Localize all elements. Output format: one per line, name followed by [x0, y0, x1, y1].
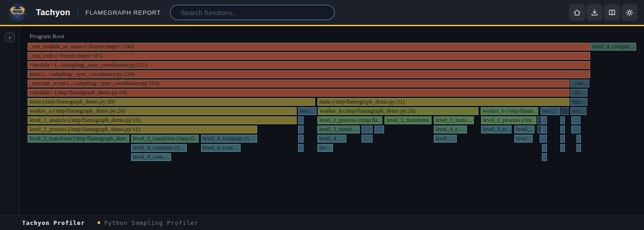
search-box[interactable] — [170, 5, 335, 20]
flame-bar[interactable]: lev… — [317, 144, 333, 152]
flame-bar[interactable]: level_3_transform (/tmp/fl… — [131, 135, 199, 143]
status-dot-icon — [98, 221, 100, 224]
download-icon — [590, 8, 599, 17]
flame-bar[interactable] — [537, 116, 542, 124]
flame-bar[interactable] — [560, 144, 565, 152]
download-button[interactable] — [586, 4, 603, 21]
flame-bar[interactable]: level_3_tr… — [481, 126, 512, 133]
flame-bar[interactable] — [560, 116, 565, 124]
footer-app-name: Tachyon Profiler — [22, 219, 85, 226]
flame-bar[interactable]: wor… — [540, 107, 560, 115]
flame-bar[interactable] — [374, 126, 384, 133]
flame-bar[interactable]: level_2_process (/tmp/fla… — [317, 116, 382, 124]
flame-bar[interactable]: level_4_comput… — [591, 43, 636, 51]
flame-bar[interactable]: wo… — [570, 107, 586, 115]
flame-bar[interactable]: <module> (/tmp/flamegraph_demo.py:34) — [28, 89, 569, 97]
flame-bar[interactable]: level_… — [434, 135, 457, 143]
flame-bar[interactable] — [298, 135, 304, 143]
flame-bar[interactable] — [576, 144, 581, 152]
flame-bar[interactable]: worker_a (/tmp/flamegraph_demo.py:20) — [28, 107, 297, 115]
flame-bar[interactable]: level_3_transf… — [317, 126, 360, 133]
flame-bar[interactable] — [542, 144, 547, 152]
sun-icon — [625, 8, 634, 17]
flame-bar[interactable] — [362, 126, 373, 133]
flame-bar[interactable]: level_4_compute (/t… — [131, 144, 187, 152]
flame-bar[interactable]: _run_code (<frozen runpy>:87) — [28, 52, 590, 60]
sidebar: › — [0, 26, 20, 215]
flame-bar[interactable]: <m… — [570, 89, 587, 97]
flame-bar[interactable]: level_… — [514, 126, 535, 133]
home-button[interactable] — [569, 4, 585, 21]
flame-bar[interactable]: main (.../sampling/_sync_coordinator.py:… — [28, 70, 590, 78]
flame-bar[interactable]: worker_b (/tmp/flamegraph_demo.py:26) — [318, 107, 478, 115]
flame-bar[interactable]: <module> (.../sampling/_sync_coordinator… — [28, 61, 590, 69]
footer-description: Python Sampling Profiler — [104, 219, 198, 226]
flame-bar[interactable]: _exe… — [570, 80, 589, 87]
flame-bar[interactable]: _execute_script (.../sampling/_sync_coor… — [28, 80, 569, 87]
flame-bar[interactable] — [542, 126, 547, 133]
theme-toggle-button[interactable] — [621, 4, 638, 21]
flame-bar[interactable]: level_4_com… — [131, 153, 171, 161]
sidebar-expand-button[interactable]: › — [5, 32, 15, 42]
flame-bar[interactable]: level_3_transform… — [385, 116, 431, 124]
flame-bar[interactable] — [542, 153, 547, 161]
flame-bar[interactable]: _run_module_as_main (<frozen runpy>:196) — [28, 43, 590, 51]
docs-button[interactable] — [604, 4, 620, 21]
header: Tachyon Tachyon FLAMEGRAPH REPORT — [0, 0, 644, 26]
book-icon — [608, 8, 616, 17]
flame-bar[interactable] — [560, 126, 565, 133]
flame-bar[interactable] — [571, 116, 581, 124]
status-bar: Tachyon Profiler Python Sampling Profile… — [0, 215, 644, 230]
flame-bar[interactable]: ma… — [570, 98, 587, 106]
flame-bar[interactable]: level_4_c… — [434, 126, 467, 133]
flame-bar[interactable] — [561, 107, 569, 115]
flame-bar[interactable] — [362, 135, 373, 143]
flame-bar[interactable] — [576, 135, 581, 143]
flame-bar[interactable]: level_2_process (/tm… — [481, 116, 536, 124]
flame-bar[interactable]: main (/tmp/flamegraph_demo.py:31) — [317, 98, 569, 106]
flamegraph-root-label: Program Root — [29, 33, 64, 40]
flame-bar[interactable]: main (/tmp/flamegraph_demo.py:30) — [28, 98, 315, 106]
flame-bar[interactable] — [537, 126, 542, 133]
report-type-label: FLAMEGRAPH REPORT — [86, 9, 161, 16]
flame-bar[interactable] — [542, 116, 547, 124]
flame-bar[interactable] — [540, 135, 547, 143]
flame-bar[interactable] — [298, 144, 304, 152]
flame-bar[interactable] — [571, 126, 581, 133]
flame-bar[interactable]: level_4_… — [317, 135, 346, 143]
flamegraph-panel: Program Root _run_module_as_main (<froze… — [20, 26, 644, 215]
flame-bar[interactable] — [298, 126, 304, 133]
flame-bar[interactable]: level_4_com… — [201, 144, 241, 152]
flame-bar[interactable]: worker_b (/tmp/flame… — [481, 107, 538, 115]
app-window: Tachyon Tachyon FLAMEGRAPH REPORT — [0, 0, 644, 230]
flame-bar[interactable]: level_1_analyze (/tmp/flamegraph_demo.py… — [28, 116, 297, 124]
main-area: › Program Root _run_module_as_main (<fro… — [0, 26, 644, 215]
flame-bar[interactable]: wor… — [298, 107, 316, 115]
flame-bar[interactable] — [298, 116, 304, 124]
flame-bar[interactable]: level_2_process (/tmp/flamegraph_demo.py… — [28, 126, 257, 133]
flame-bar[interactable]: level_4_compute (/t… — [201, 135, 257, 143]
page-title: Tachyon — [36, 8, 70, 17]
header-divider — [78, 8, 78, 17]
home-icon — [573, 8, 581, 17]
flame-bar[interactable]: level_3_trans… — [434, 116, 474, 124]
flame-bar[interactable] — [560, 135, 565, 143]
svg-text:Tachyon: Tachyon — [12, 12, 23, 15]
tachyon-logo: Tachyon — [8, 3, 27, 22]
flame-bar[interactable]: level… — [514, 135, 533, 143]
flame-bar[interactable]: level_3_transform (/tmp/flamegraph_dem… — [28, 135, 129, 143]
search-input[interactable] — [171, 6, 334, 19]
